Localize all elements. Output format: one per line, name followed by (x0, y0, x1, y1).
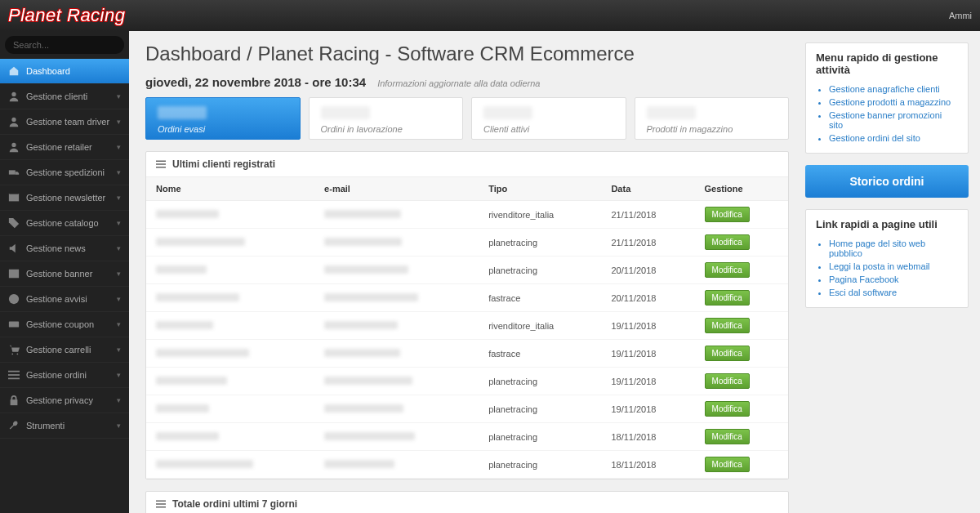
sidebar-item-gestione-coupon[interactable]: Gestione coupon▾ (0, 312, 129, 337)
edit-button[interactable]: Modifica (705, 429, 750, 444)
quick-menu-link[interactable]: Gestione prodotti a magazzino (829, 96, 958, 109)
sidebar-item-gestione-clienti[interactable]: Gestione clienti▾ (0, 84, 129, 109)
svg-rect-20 (156, 506, 166, 508)
edit-button[interactable]: Modifica (705, 290, 750, 306)
svg-rect-3 (9, 170, 16, 174)
sidebar-item-dashboard[interactable]: Dashboard (0, 59, 129, 84)
cell-date: 20/11/2018 (601, 256, 694, 284)
cell-type: rivenditore_italia (479, 201, 601, 229)
redacted-email (324, 460, 394, 468)
quick-link[interactable]: Home page del sito web pubblico (829, 237, 958, 260)
redacted-email (324, 349, 400, 357)
sidebar-item-label: Gestione spedizioni (26, 167, 105, 177)
sidebar-item-gestione-catalogo[interactable]: Gestione catalogo▾ (0, 211, 129, 236)
chevron-down-icon: ▾ (117, 295, 121, 303)
sidebar-item-gestione-avvisi[interactable]: Gestione avvisi▾ (0, 287, 129, 312)
edit-button[interactable]: Modifica (705, 401, 750, 417)
chevron-down-icon: ▾ (117, 371, 121, 379)
redacted-email (324, 321, 398, 329)
edit-button[interactable]: Modifica (705, 234, 750, 250)
table-row: planetracing20/11/2018Modifica (146, 256, 788, 284)
edit-button[interactable]: Modifica (705, 373, 750, 389)
svg-point-9 (11, 353, 13, 355)
sidebar-item-strumenti[interactable]: Strumenti▾ (0, 413, 129, 439)
user-icon (8, 91, 20, 102)
edit-button[interactable]: Modifica (705, 318, 750, 333)
ticket-icon (8, 319, 20, 330)
redacted-name (156, 349, 249, 357)
stat-card[interactable]: Ordini evasi (145, 97, 301, 140)
edit-button[interactable]: Modifica (705, 346, 750, 361)
quick-link[interactable]: Leggi la posta in webmail (829, 260, 958, 273)
quick-menu-link[interactable]: Gestione ordini del sito (829, 132, 958, 145)
table-row: planetracing18/11/2018Modifica (146, 451, 788, 479)
cell-date: 18/11/2018 (601, 423, 694, 451)
cell-date: 19/11/2018 (601, 395, 694, 423)
table-row: planetracing18/11/2018Modifica (146, 423, 788, 451)
quick-link[interactable]: Pagina Facebook (829, 273, 958, 286)
redacted-name (156, 265, 207, 274)
chevron-down-icon: ▾ (117, 143, 121, 151)
history-orders-button[interactable]: Storico ordini (805, 165, 969, 198)
col-email: e-mail (314, 177, 479, 201)
stat-card[interactable]: Ordini in lavorazione (309, 97, 464, 140)
cell-type: rivenditore_italia (479, 312, 601, 340)
sidebar-item-gestione-spedizioni[interactable]: Gestione spedizioni▾ (0, 160, 129, 185)
redacted-name (156, 210, 219, 218)
sidebar-item-gestione-news[interactable]: Gestione news▾ (0, 236, 129, 261)
redacted-email (324, 404, 403, 413)
table-row: rivenditore_italia21/11/2018Modifica (146, 201, 788, 229)
edit-button[interactable]: Modifica (705, 262, 750, 278)
sidebar-item-label: Strumenti (26, 421, 65, 430)
sidebar-item-label: Gestione carrelli (26, 345, 91, 355)
sidebar-item-label: Gestione news (26, 243, 86, 253)
sidebar-item-label: Gestione avvisi (26, 294, 87, 304)
recent-clients-panel: Ultimi clienti registrati Nome e-mail Ti… (145, 151, 789, 480)
sidebar-item-gestione-carrelli[interactable]: Gestione carrelli▾ (0, 337, 129, 363)
quick-menu-box: Menu rapido di gestione attività Gestion… (805, 42, 969, 154)
table-row: planetracing21/11/2018Modifica (146, 229, 788, 256)
cell-date: 19/11/2018 (601, 368, 694, 395)
stat-value (321, 106, 370, 119)
quick-menu-link[interactable]: Gestione banner promozioni sito (829, 109, 958, 132)
search-input[interactable]: Search... (5, 36, 124, 54)
redacted-email (324, 293, 418, 301)
home-icon (8, 65, 20, 77)
cell-type: fastrace (479, 284, 601, 312)
redacted-email (324, 432, 415, 440)
sidebar-item-gestione-team-driver[interactable]: Gestione team driver▾ (0, 109, 129, 135)
svg-rect-12 (8, 374, 20, 376)
stat-label: Ordini evasi (158, 124, 288, 134)
sidebar-item-label: Gestione catalogo (26, 218, 99, 228)
edit-button[interactable]: Modifica (705, 457, 750, 472)
sidebar-item-gestione-banner[interactable]: Gestione banner▾ (0, 261, 129, 287)
quick-menu-title: Menu rapido di gestione attività (816, 51, 958, 76)
svg-rect-19 (156, 503, 166, 505)
quick-links-box: Link rapidi a pagine utili Home page del… (805, 209, 969, 308)
sidebar: Search... DashboardGestione clienti▾Gest… (0, 31, 129, 513)
redacted-name (156, 238, 245, 246)
cell-type: planetracing (479, 368, 601, 395)
list-icon (8, 369, 20, 381)
sidebar-item-gestione-ordini[interactable]: Gestione ordini▾ (0, 363, 129, 388)
sidebar-item-label: Gestione ordini (26, 370, 87, 380)
redacted-name (156, 404, 209, 413)
chevron-down-icon: ▾ (117, 219, 121, 227)
sidebar-item-gestione-privacy[interactable]: Gestione privacy▾ (0, 388, 129, 413)
stat-card[interactable]: Prodotti in magazzino (635, 97, 790, 140)
edit-button[interactable]: Modifica (705, 207, 750, 222)
info-icon (8, 293, 20, 305)
stat-card[interactable]: Clienti attivi (471, 97, 626, 140)
sidebar-item-gestione-newsletter[interactable]: Gestione newsletter▾ (0, 185, 129, 211)
chevron-down-icon: ▾ (117, 270, 121, 278)
svg-rect-18 (156, 501, 166, 502)
sidebar-item-label: Gestione newsletter (26, 193, 105, 203)
quick-link[interactable]: Esci dal software (829, 286, 958, 299)
cell-type: planetracing (479, 451, 601, 479)
user-menu[interactable]: Ammi (949, 11, 972, 20)
table-row: fastrace20/11/2018Modifica (146, 284, 788, 312)
sidebar-item-gestione-retailer[interactable]: Gestione retailer▾ (0, 135, 129, 160)
col-type: Tipo (479, 177, 601, 201)
quick-menu-link[interactable]: Gestione anagrafiche clienti (829, 83, 958, 96)
sidebar-item-label: Gestione retailer (26, 142, 92, 152)
